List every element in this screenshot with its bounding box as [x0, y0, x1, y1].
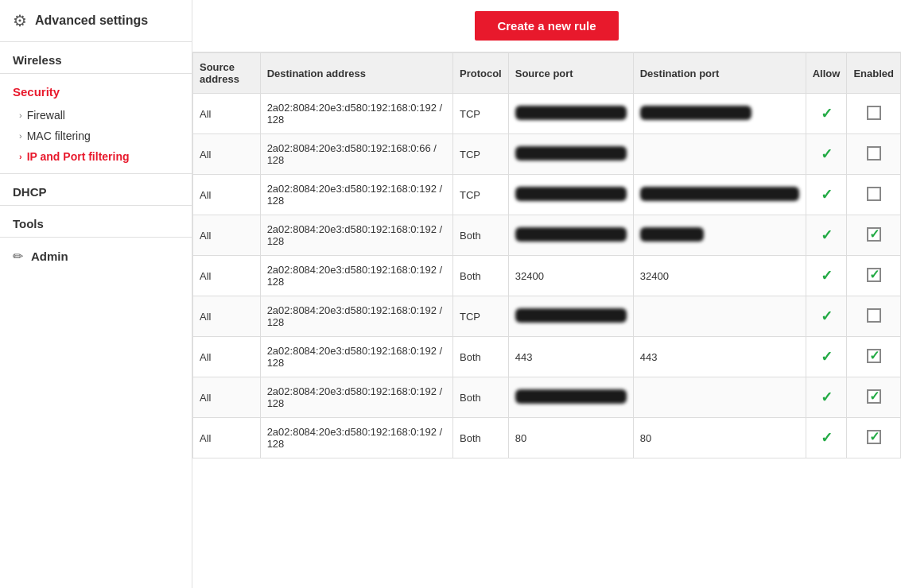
sidebar-item-wireless[interactable]: Wireless [13, 53, 179, 67]
cell-source-address: All [193, 337, 261, 377]
cell-destination-address: 2a02:8084:20e3:d580:192:168:0:192 / 128 [260, 337, 452, 377]
col-allow: Allow [806, 53, 847, 94]
sidebar-section-dhcp: DHCP [0, 174, 192, 206]
cell-allow: ✓ [806, 256, 847, 296]
cell-enabled[interactable] [847, 256, 901, 296]
sidebar-item-mac-filtering[interactable]: › MAC filtering [13, 126, 179, 146]
col-enabled: Enabled [847, 53, 901, 94]
table-row: All2a02:8084:20e3:d580:192:168:0:192 / 1… [193, 215, 901, 256]
table-row: All2a02:8084:20e3:d580:192:168:0:192 / 1… [193, 337, 901, 377]
sidebar-item-firewall[interactable]: › Firewall [13, 105, 179, 126]
table-row: All2a02:8084:20e3:d580:192:168:0:192 / 1… [193, 377, 901, 418]
cell-enabled[interactable] [847, 134, 901, 175]
cell-destination-address: 2a02:8084:20e3:d580:192:168:0:192 / 128 [260, 296, 452, 337]
cell-enabled[interactable] [847, 337, 901, 377]
cell-source-address: All [193, 256, 261, 296]
cell-source-address: All [193, 215, 261, 256]
col-destination-address: Destination address [260, 53, 452, 94]
arrow-icon-firewall: › [19, 110, 22, 120]
cell-source-address: All [193, 296, 261, 337]
cell-enabled[interactable] [847, 175, 901, 215]
cell-source-address: All [193, 94, 261, 134]
arrow-icon-ip-port: › [19, 152, 22, 161]
cell-protocol: Both [453, 215, 509, 256]
col-protocol: Protocol [453, 53, 509, 94]
cell-enabled[interactable] [847, 215, 901, 256]
cell-source-port [508, 94, 633, 134]
cell-protocol: Both [453, 256, 509, 296]
table-row: All2a02:8084:20e3:d580:192:168:0:192 / 1… [193, 94, 901, 134]
sidebar-section-wireless: Wireless [0, 42, 192, 74]
cell-enabled[interactable] [847, 94, 901, 134]
cell-protocol: Both [453, 377, 509, 418]
cell-destination-address: 2a02:8084:20e3:d580:192:168:0:192 / 128 [260, 175, 452, 215]
create-rule-button[interactable]: Create a new rule [475, 11, 618, 41]
cell-destination-port: 80 [633, 418, 806, 458]
cell-destination-address: 2a02:8084:20e3:d580:192:168:0:192 / 128 [260, 94, 452, 134]
sidebar-admin-label[interactable]: Admin [31, 250, 68, 263]
sidebar-section-tools: Tools [0, 206, 192, 238]
cell-source-port [508, 134, 633, 175]
table-row: All2a02:8084:20e3:d580:192:168:0:192 / 1… [193, 418, 901, 458]
cell-destination-port: 32400 [633, 256, 806, 296]
cell-source-address: All [193, 134, 261, 175]
table-row: All2a02:8084:20e3:d580:192:168:0:192 / 1… [193, 175, 901, 215]
cell-enabled[interactable] [847, 377, 901, 418]
cell-protocol: TCP [453, 94, 509, 134]
rules-table-container: Source address Destination address Proto… [192, 52, 901, 588]
table-row: All2a02:8084:20e3:d580:192:168:0:192 / 1… [193, 296, 901, 337]
cell-destination-port [633, 296, 806, 337]
sidebar-item-ip-port-filtering[interactable]: › IP and Port filtering [13, 146, 179, 167]
cell-source-address: All [193, 377, 261, 418]
cell-destination-address: 2a02:8084:20e3:d580:192:168:0:192 / 128 [260, 418, 452, 458]
cell-allow: ✓ [806, 175, 847, 215]
cell-protocol: TCP [453, 134, 509, 175]
cell-allow: ✓ [806, 418, 847, 458]
cell-destination-port [633, 215, 806, 256]
cell-destination-port [633, 94, 806, 134]
col-destination-port: Destination port [633, 53, 806, 94]
main-header: Create a new rule [192, 0, 901, 52]
table-row: All2a02:8084:20e3:d580:192:168:0:192 / 1… [193, 256, 901, 296]
sidebar-section-security: Security › Firewall › MAC filtering › IP… [0, 74, 192, 174]
cell-allow: ✓ [806, 134, 847, 175]
sidebar-item-mac-label: MAC filtering [27, 130, 91, 142]
cell-destination-address: 2a02:8084:20e3:d580:192:168:0:192 / 128 [260, 256, 452, 296]
cell-allow: ✓ [806, 215, 847, 256]
cell-protocol: TCP [453, 175, 509, 215]
cell-source-port [508, 175, 633, 215]
cell-source-port [508, 377, 633, 418]
cell-source-port [508, 296, 633, 337]
cell-source-port [508, 215, 633, 256]
cell-destination-port: 443 [633, 337, 806, 377]
cell-destination-port [633, 377, 806, 418]
sidebar-item-dhcp[interactable]: DHCP [13, 185, 179, 199]
sidebar-header: ⚙ Advanced settings [0, 0, 192, 42]
cell-source-port: 443 [508, 337, 633, 377]
col-source-port: Source port [508, 53, 633, 94]
sidebar-item-tools[interactable]: Tools [13, 217, 179, 230]
sidebar-item-ip-port-label: IP and Port filtering [27, 150, 130, 163]
sidebar-section-admin: ✏ Admin [0, 238, 192, 270]
arrow-icon-mac: › [19, 131, 22, 141]
sidebar: ⚙ Advanced settings Wireless Security › … [0, 0, 192, 588]
cell-destination-address: 2a02:8084:20e3:d580:192:168:0:192 / 128 [260, 215, 452, 256]
gear-icon: ⚙ [13, 11, 27, 30]
cell-protocol: Both [453, 418, 509, 458]
sidebar-item-firewall-label: Firewall [27, 109, 65, 122]
cell-allow: ✓ [806, 377, 847, 418]
cell-source-address: All [193, 175, 261, 215]
cell-source-port: 80 [508, 418, 633, 458]
table-row: All2a02:8084:20e3:d580:192:168:0:66 / 12… [193, 134, 901, 175]
cell-allow: ✓ [806, 94, 847, 134]
rules-table: Source address Destination address Proto… [192, 52, 901, 458]
cell-enabled[interactable] [847, 296, 901, 337]
col-source-address: Source address [193, 53, 261, 94]
cell-destination-address: 2a02:8084:20e3:d580:192:168:0:192 / 128 [260, 377, 452, 418]
cell-destination-port [633, 175, 806, 215]
cell-enabled[interactable] [847, 418, 901, 458]
sidebar-security-title[interactable]: Security [13, 85, 179, 99]
cell-protocol: TCP [453, 296, 509, 337]
cell-allow: ✓ [806, 337, 847, 377]
pencil-icon: ✏ [13, 249, 23, 264]
